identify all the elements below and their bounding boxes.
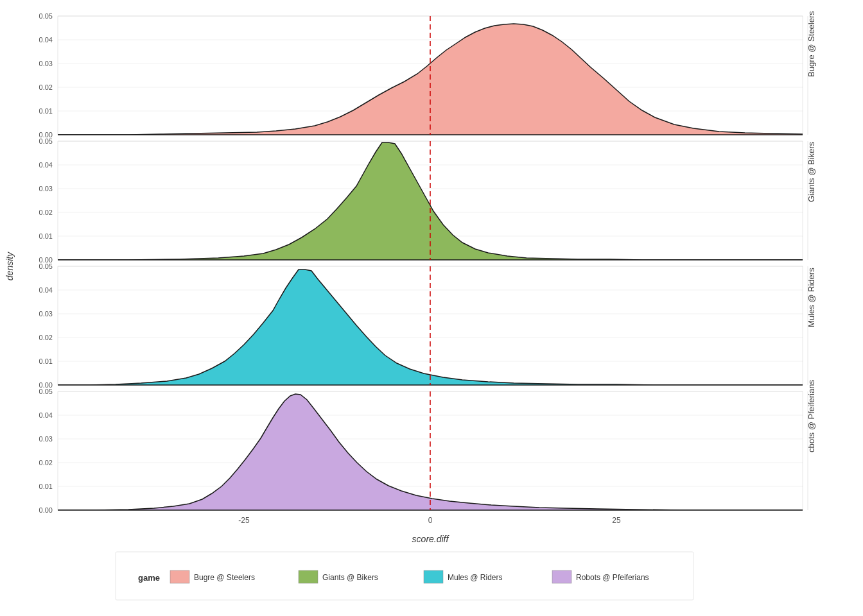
svg-text:0.03: 0.03 <box>39 310 53 318</box>
svg-text:25: 25 <box>612 516 621 525</box>
svg-text:0.03: 0.03 <box>39 185 53 193</box>
chart-container: 0.00 0.01 0.02 0.03 0.04 0.05 0.00 0.01 … <box>0 0 863 616</box>
svg-text:score.diff: score.diff <box>412 534 450 544</box>
legend-color-robots <box>552 570 571 583</box>
svg-text:0.04: 0.04 <box>39 286 53 294</box>
svg-text:0: 0 <box>428 516 433 525</box>
svg-text:0.04: 0.04 <box>39 161 53 169</box>
svg-text:0.05: 0.05 <box>39 388 53 395</box>
svg-text:0.01: 0.01 <box>39 107 53 115</box>
svg-text:0.01: 0.01 <box>39 232 53 240</box>
svg-text:0.02: 0.02 <box>39 83 53 91</box>
svg-text:0.03: 0.03 <box>39 60 53 67</box>
svg-text:0.05: 0.05 <box>39 12 53 20</box>
legend-label-robots: Robots @ Pfeiferians <box>576 573 649 582</box>
svg-text:0.03: 0.03 <box>39 435 53 443</box>
svg-text:0.05: 0.05 <box>39 137 53 145</box>
legend-color-mules <box>424 570 443 583</box>
svg-text:-25: -25 <box>238 516 250 525</box>
svg-text:0.02: 0.02 <box>39 459 53 466</box>
legend-title: game <box>138 573 160 583</box>
svg-text:0.02: 0.02 <box>39 209 53 216</box>
legend-label-mules: Mules @ Riders <box>448 573 503 582</box>
svg-text:0.02: 0.02 <box>39 334 53 341</box>
legend-color-bugre <box>170 570 189 583</box>
svg-text:0.04: 0.04 <box>39 411 53 419</box>
legend-label-giants: Giants @ Bikers <box>322 573 378 582</box>
svg-text:0.01: 0.01 <box>39 483 53 490</box>
svg-text:0.00: 0.00 <box>39 506 53 514</box>
legend-color-giants <box>299 570 318 583</box>
svg-text:0.05: 0.05 <box>39 262 53 270</box>
svg-text:density: density <box>4 252 15 280</box>
legend-label-bugre: Bugre @ Steelers <box>194 573 255 582</box>
svg-text:0.01: 0.01 <box>39 357 53 365</box>
svg-text:0.04: 0.04 <box>39 36 53 44</box>
